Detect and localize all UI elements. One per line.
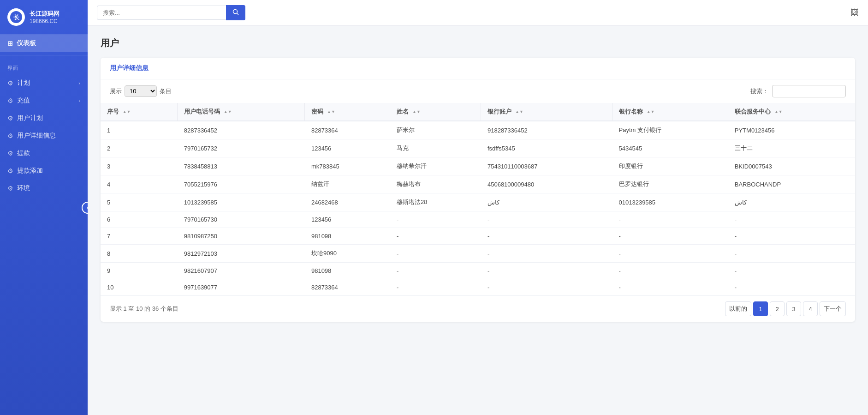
user-detail-card: 用户详细信息 展示 10 25 50 100 条目 搜索：	[101, 58, 855, 322]
page-btn-4[interactable]: 4	[803, 301, 818, 316]
sidebar-label-user-detail: 用户详细信息	[17, 132, 56, 140]
cell-password-6: 981098	[305, 228, 390, 245]
sort-icon-bank-name[interactable]: ▲▼	[647, 110, 655, 114]
logo-icon: 长	[7, 8, 25, 26]
cell-phone-2: 7838458813	[178, 157, 305, 175]
table-row: 47055215976纳兹汗梅赫塔布45068100009480巴罗达银行BAR…	[101, 175, 855, 193]
data-table: 序号 ▲▼ 用户电话号码 ▲▼ 密码 ▲▼ 姓名 ▲▼ 银行账户 ▲▼ 银行名称…	[101, 103, 855, 295]
sidebar-item-dashboard[interactable]: ⊞ 仪表板	[0, 35, 88, 52]
sidebar-section-label: 界面	[0, 58, 88, 74]
prev-page-button[interactable]: 以前的	[725, 301, 751, 316]
sidebar-label-dashboard: 仪表板	[17, 39, 36, 48]
cell-seq-3: 4	[101, 175, 178, 193]
page-title: 用户	[101, 37, 855, 49]
logo-svg: 长	[10, 11, 23, 24]
cell-phone-1: 7970165732	[178, 139, 305, 157]
page-btn-1[interactable]: 1	[753, 301, 768, 316]
cell-bank_account-7: -	[481, 245, 612, 263]
cell-service_center-1: 三十二	[728, 139, 855, 157]
cell-name-4: 穆斯塔法28	[390, 193, 481, 211]
cell-phone-7: 9812972103	[178, 245, 305, 263]
cell-phone-4: 1013239585	[178, 193, 305, 211]
sidebar-label-withdraw-add: 提款添加	[17, 167, 43, 175]
cell-password-0: 82873364	[305, 121, 390, 139]
next-page-button[interactable]: 下一个	[820, 301, 846, 316]
topbar-user-icon[interactable]: 🖼	[850, 8, 859, 18]
gear-icon-plan: ⚙	[7, 79, 13, 87]
cell-password-2: mk783845	[305, 157, 390, 175]
sort-icon-service-center[interactable]: ▲▼	[774, 110, 783, 114]
cell-service_center-7: -	[728, 245, 855, 263]
cell-password-7: 坎哈9090	[305, 245, 390, 263]
chevron-icon-recharge: ›	[78, 98, 80, 103]
sidebar-collapse-button[interactable]: ‹	[82, 202, 88, 214]
sort-icon-seq[interactable]: ▲▼	[123, 110, 131, 114]
cell-seq-4: 5	[101, 193, 178, 211]
sidebar-item-user-plan[interactable]: ⚙ 用户计划	[0, 109, 88, 127]
cell-name-8: -	[390, 263, 481, 279]
logo-title: 长江源码网	[30, 10, 59, 18]
table-controls-right: 搜索：	[750, 85, 846, 97]
show-label: 展示	[110, 87, 122, 96]
cell-password-4: 24682468	[305, 193, 390, 211]
cell-bank_account-1: fsdffs5345	[481, 139, 612, 157]
gear-icon-withdraw-add: ⚙	[7, 167, 13, 174]
cell-password-9: 82873364	[305, 279, 390, 296]
table-row: 27970165732123456马克fsdffs53455434545三十二	[101, 139, 855, 157]
sidebar-label-withdraw: 提款	[17, 149, 30, 157]
sidebar-item-withdraw[interactable]: ⚙ 提款	[0, 144, 88, 162]
table-row: 37838458813mk783845穆纳希尔汗754310110003687印…	[101, 157, 855, 175]
search-icon	[232, 9, 239, 15]
cell-password-8: 981098	[305, 263, 390, 279]
sidebar-item-plan[interactable]: ⚙ 计划 ›	[0, 74, 88, 92]
cell-bank_account-4: كاش	[481, 193, 612, 211]
search-label: 搜索：	[750, 87, 768, 96]
sidebar-label-plan: 计划	[17, 79, 30, 87]
col-seq: 序号 ▲▼	[101, 103, 178, 121]
card-header: 用户详细信息	[101, 58, 855, 79]
sidebar-item-user-detail[interactable]: ⚙ 用户详细信息	[0, 127, 88, 144]
gear-icon-user-plan: ⚙	[7, 114, 13, 122]
card-header-title: 用户详细信息	[110, 64, 149, 72]
cell-service_center-9: -	[728, 279, 855, 296]
page-btn-2[interactable]: 2	[770, 301, 785, 316]
search-input[interactable]	[97, 6, 226, 20]
cell-name-7: -	[390, 245, 481, 263]
sidebar-item-environment[interactable]: ⚙ 环境	[0, 180, 88, 197]
cell-password-5: 123456	[305, 211, 390, 228]
cell-seq-1: 2	[101, 139, 178, 157]
gear-icon-environment: ⚙	[7, 185, 13, 192]
cell-name-2: 穆纳希尔汗	[390, 157, 481, 175]
table-row: 67970165730123456----	[101, 211, 855, 228]
search-button[interactable]	[226, 5, 245, 20]
cell-seq-0: 1	[101, 121, 178, 139]
page-btn-3[interactable]: 3	[786, 301, 801, 316]
sidebar-item-withdraw-add[interactable]: ⚙ 提款添加	[0, 162, 88, 180]
per-page-select[interactable]: 10 25 50 100	[125, 85, 157, 97]
table-row: 5101323958524682468穆斯塔法28كاش01013239585ك…	[101, 193, 855, 211]
sort-icon-password[interactable]: ▲▼	[327, 110, 335, 114]
table-head: 序号 ▲▼ 用户电话号码 ▲▼ 密码 ▲▼ 姓名 ▲▼ 银行账户 ▲▼ 银行名称…	[101, 103, 855, 121]
svg-line-3	[237, 13, 239, 15]
gear-icon-withdraw: ⚙	[7, 150, 13, 157]
sort-icon-phone[interactable]: ▲▼	[224, 110, 232, 114]
table-search-input[interactable]	[772, 85, 846, 97]
table-row: 89812972103坎哈9090----	[101, 245, 855, 263]
sidebar-label-user-plan: 用户计划	[17, 114, 43, 122]
sidebar-logo: 长 长江源码网 198666.CC	[0, 0, 88, 35]
sidebar-divider-1	[0, 55, 88, 55]
svg-point-2	[233, 10, 238, 14]
col-bank-name: 银行名称 ▲▼	[612, 103, 728, 121]
sort-icon-bank-account[interactable]: ▲▼	[515, 110, 523, 114]
cell-bank_name-1: 5434545	[612, 139, 728, 157]
cell-seq-2: 3	[101, 157, 178, 175]
sidebar-item-recharge[interactable]: ⚙ 充值 ›	[0, 92, 88, 109]
cell-bank_name-7: -	[612, 245, 728, 263]
cell-service_center-2: BKID0007543	[728, 157, 855, 175]
sort-icon-name[interactable]: ▲▼	[412, 110, 421, 114]
cell-bank_account-0: 918287336452	[481, 121, 612, 139]
table-controls-left: 展示 10 25 50 100 条目	[110, 85, 172, 97]
cell-bank_name-8: -	[612, 263, 728, 279]
cell-bank_account-5: -	[481, 211, 612, 228]
table-row: 1828733645282873364萨米尔918287336452Paytm …	[101, 121, 855, 139]
